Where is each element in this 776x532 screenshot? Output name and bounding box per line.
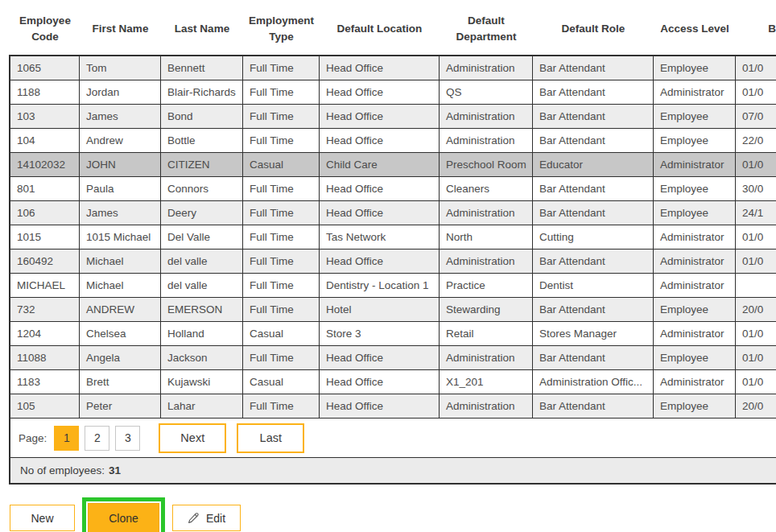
employee-count-value: 31 bbox=[109, 464, 121, 476]
page-button-2[interactable]: 2 bbox=[85, 426, 109, 451]
table-cell: Head Office bbox=[320, 346, 440, 369]
table-row[interactable]: 801PaulaConnorsFull TimeHead OfficeClean… bbox=[10, 177, 776, 201]
clone-highlight-box: Clone bbox=[82, 497, 165, 532]
table-cell: Administrator bbox=[654, 322, 736, 345]
table-cell: Full Time bbox=[243, 177, 320, 200]
table-row[interactable]: 106JamesDeeryFull TimeHead OfficeAdminis… bbox=[10, 201, 776, 225]
table-cell: Administration bbox=[440, 129, 533, 152]
table-cell: Brett bbox=[80, 370, 161, 394]
table-cell: Head Office bbox=[320, 250, 440, 273]
table-cell: 1188 bbox=[10, 80, 80, 104]
table-cell: Peter bbox=[80, 394, 161, 418]
table-cell: Administrator bbox=[654, 274, 736, 297]
table-cell: 20/0 bbox=[736, 394, 776, 418]
table-cell: Administration bbox=[440, 250, 533, 273]
table-cell: Bennett bbox=[161, 56, 243, 80]
table-row[interactable]: 1188JordanBlair-RichardsFull TimeHead Of… bbox=[10, 80, 776, 105]
table-cell: Head Office bbox=[320, 129, 440, 152]
table-cell: X1_201 bbox=[440, 370, 533, 394]
table-row[interactable]: 14102032JOHNCITIZENCasualChild CarePresc… bbox=[10, 153, 776, 177]
new-button[interactable]: New bbox=[10, 505, 75, 531]
table-cell: Dentistry - Location 1 bbox=[320, 274, 440, 297]
table-row[interactable]: 10151015 MichaelDel ValleFull TimeTas Ne… bbox=[10, 225, 776, 250]
table-row[interactable]: 1204ChelseaHollandCasualStore 3RetailSto… bbox=[10, 322, 776, 346]
table-cell: JOHN bbox=[80, 153, 161, 176]
table-cell: Bar Attendant bbox=[533, 201, 654, 225]
table-cell: Employee bbox=[654, 201, 736, 225]
table-cell: 20/0 bbox=[736, 298, 776, 321]
table-cell: Tas Network bbox=[320, 225, 440, 249]
table-cell: Jordan bbox=[80, 80, 161, 104]
table-cell: Bar Attendant bbox=[533, 105, 654, 128]
table-row[interactable]: 1065TomBennettFull TimeHead OfficeAdmini… bbox=[10, 56, 776, 80]
table-cell: Head Office bbox=[320, 177, 440, 200]
table-row[interactable]: 1183BrettKujawskiCasualHead OfficeX1_201… bbox=[10, 370, 776, 394]
next-page-button[interactable]: Next bbox=[159, 423, 226, 453]
table-cell: Employee bbox=[654, 129, 736, 152]
column-header-default-department: Default Department bbox=[440, 6, 533, 52]
last-page-button[interactable]: Last bbox=[237, 423, 304, 453]
table-cell: 01/0 bbox=[736, 56, 776, 80]
table-row[interactable]: 104AndrewBottleFull TimeHead OfficeAdmin… bbox=[10, 129, 776, 153]
clone-button[interactable]: Clone bbox=[88, 503, 159, 532]
table-cell: 01/0 bbox=[736, 225, 776, 249]
table-cell: 1015 bbox=[10, 225, 80, 249]
edit-pencil-icon bbox=[188, 512, 200, 524]
table-cell: 07/0 bbox=[736, 105, 776, 128]
table-cell: Administration Offic... bbox=[533, 370, 654, 394]
table-cell: Administrator bbox=[654, 225, 736, 249]
table-cell: 105 bbox=[10, 394, 80, 418]
table-cell: Administration bbox=[440, 394, 533, 418]
table-cell: 732 bbox=[10, 298, 80, 321]
table-cell: Blair-Richards bbox=[161, 80, 243, 104]
table-cell: Bar Attendant bbox=[533, 56, 654, 80]
table-cell: 24/1 bbox=[736, 201, 776, 225]
table-cell: 801 bbox=[10, 177, 80, 200]
column-header-employment-type: Employment Type bbox=[243, 6, 320, 52]
table-cell: Bar Attendant bbox=[533, 346, 654, 369]
table-cell: James bbox=[80, 105, 161, 128]
table-cell: Educator bbox=[533, 153, 654, 176]
column-header-first-name: First Name bbox=[80, 6, 161, 52]
page-button-1[interactable]: 1 bbox=[54, 426, 79, 451]
table-cell: Casual bbox=[243, 153, 320, 176]
table-cell: Full Time bbox=[243, 129, 320, 152]
table-row[interactable]: 105PeterLaharFull TimeHead OfficeAdminis… bbox=[10, 394, 776, 419]
table-cell: Lahar bbox=[161, 394, 243, 418]
table-cell: MICHAEL bbox=[10, 274, 80, 297]
page-button-3[interactable]: 3 bbox=[115, 426, 140, 451]
table-cell: Administrator bbox=[654, 370, 736, 394]
table-row[interactable]: 732ANDREWEMERSONFull TimeHotelStewarding… bbox=[10, 298, 776, 322]
table-cell: Retail bbox=[440, 322, 533, 345]
table-cell: Hotel bbox=[320, 298, 440, 321]
table-cell: 1183 bbox=[10, 370, 80, 394]
table-cell: Jackson bbox=[161, 346, 243, 369]
table-cell: Bottle bbox=[161, 129, 243, 152]
table-cell: 106 bbox=[10, 201, 80, 225]
column-header-employee-code: Employee Code bbox=[10, 6, 80, 52]
edit-button-label: Edit bbox=[206, 512, 225, 525]
table-cell: Stores Manager bbox=[533, 322, 654, 345]
table-cell: 14102032 bbox=[10, 153, 80, 176]
table-cell: QS bbox=[440, 80, 533, 104]
table-cell: 1015 Michael bbox=[80, 225, 161, 249]
table-cell: Full Time bbox=[243, 80, 320, 104]
table-cell: Michael bbox=[80, 250, 161, 273]
table-cell: North bbox=[440, 225, 533, 249]
table-cell bbox=[736, 274, 776, 297]
table-cell: Head Office bbox=[320, 80, 440, 104]
table-cell: ANDREW bbox=[80, 298, 161, 321]
action-buttons: New Clone Edit bbox=[10, 497, 776, 532]
table-row[interactable]: 11088AngelaJacksonFull TimeHead OfficeAd… bbox=[10, 346, 776, 370]
table-cell: Full Time bbox=[243, 346, 320, 369]
table-cell: 11088 bbox=[10, 346, 80, 369]
edit-button[interactable]: Edit bbox=[172, 505, 241, 531]
table-row[interactable]: 103JamesBondFull TimeHead OfficeAdminist… bbox=[10, 105, 776, 129]
pagination-bar: Page: 123 Next Last bbox=[10, 419, 776, 457]
table-cell: del valle bbox=[161, 250, 243, 273]
table-cell: Bar Attendant bbox=[533, 298, 654, 321]
table-cell: Full Time bbox=[243, 394, 320, 418]
table-row[interactable]: 160492Michaeldel valleFull TimeHead Offi… bbox=[10, 250, 776, 274]
table-cell: Casual bbox=[243, 370, 320, 394]
table-row[interactable]: MICHAELMichaeldel valleFull TimeDentistr… bbox=[10, 274, 776, 298]
